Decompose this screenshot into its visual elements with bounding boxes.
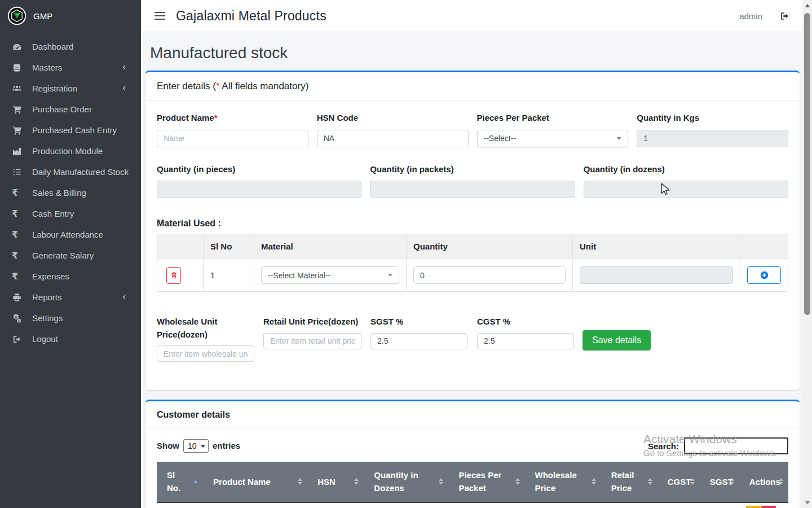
- search-input[interactable]: [684, 437, 788, 454]
- sidebar-item-logout[interactable]: Logout: [0, 329, 141, 349]
- material-select[interactable]: --Select Material--: [261, 266, 399, 284]
- sidebar-nav: Dashboard Masters Registration Purchase …: [0, 32, 141, 349]
- gears-icon: [12, 313, 25, 323]
- sidebar-item-sales-billing[interactable]: ₹ Sales & Billing: [0, 182, 141, 203]
- quantity-pieces-input: [157, 181, 361, 198]
- sidebar-item-reports[interactable]: Reports: [0, 287, 141, 308]
- hamburger-icon[interactable]: [153, 10, 166, 22]
- customer-details-card: Customer details Show10entries Search:: [145, 400, 800, 508]
- sidebar-item-label: Purchased Cash Entry: [32, 125, 117, 135]
- required-star: *: [214, 113, 218, 122]
- material-col-unit: Unit: [573, 234, 740, 259]
- sidebar-item-settings[interactable]: Settings: [0, 308, 141, 329]
- rupee-icon: ₹: [12, 208, 25, 219]
- sort-icon: [515, 478, 520, 485]
- retail-price-input[interactable]: [263, 333, 361, 349]
- quantity-kgs-label: Quantity in Kgs: [637, 112, 788, 125]
- pieces-per-packet-select[interactable]: --Select--: [477, 130, 629, 147]
- search-control: Search:: [648, 437, 788, 454]
- delete-row-button[interactable]: [761, 506, 776, 508]
- printer-icon: [12, 292, 25, 303]
- sidebar-item-labour-attendance[interactable]: ₹ Labour Attendance: [0, 224, 141, 245]
- hsn-code-input[interactable]: [317, 130, 469, 147]
- sidebar-item-registration[interactable]: Registration: [0, 78, 141, 99]
- users-icon: [12, 84, 25, 94]
- quantity-packets-label: Quantity (in packets): [370, 163, 575, 176]
- column-header-sgst[interactable]: SGST: [700, 462, 739, 502]
- sort-icon: [648, 478, 652, 485]
- required-star: *: [216, 81, 220, 91]
- enter-details-header: Enter details (* All fields mandatory): [145, 72, 800, 100]
- sgst-input[interactable]: [370, 333, 467, 349]
- rupee-icon: ₹: [12, 187, 25, 198]
- column-header-pieces-per-packet[interactable]: Pieces Per Packet: [448, 462, 524, 502]
- search-label: Search:: [648, 441, 679, 451]
- customer-table: Sl No. Product Name HSN Quantity in Doze…: [157, 462, 788, 508]
- sort-icon: [779, 478, 783, 485]
- chevron-left-icon: [121, 64, 127, 71]
- delete-material-button[interactable]: [166, 267, 181, 284]
- column-header-actions[interactable]: Actions: [739, 462, 788, 502]
- sidebar-item-expenses[interactable]: ₹ Expenses: [0, 266, 141, 287]
- sidebar-item-label: Dashboard: [32, 42, 73, 51]
- sidebar-item-generate-salary[interactable]: ₹ Generate Salary: [0, 245, 141, 266]
- cart-icon: [12, 125, 25, 135]
- sidebar-item-cash-entry[interactable]: ₹ Cash Entry: [0, 203, 141, 224]
- sidebar-item-label: Purchase Order: [32, 104, 92, 114]
- sidebar-item-production-module[interactable]: Production Module: [0, 141, 141, 161]
- column-header-product-name[interactable]: Product Name: [203, 462, 307, 502]
- scroll-down-arrow[interactable]: [802, 498, 812, 507]
- rupee-icon: ₹: [12, 271, 25, 282]
- material-used-table: Sl No Material Quantity Unit 1 --Selec: [157, 234, 788, 292]
- material-col-quantity: Quantity: [407, 234, 573, 259]
- column-header-quantity-in-dozens[interactable]: Quantity in Dozens: [364, 462, 448, 502]
- sidebar-item-label: Settings: [32, 313, 63, 323]
- column-header-wholesale-price[interactable]: Wholesale Price: [525, 462, 601, 502]
- sidebar-item-purchased-cash-entry[interactable]: Purchased Cash Entry: [0, 120, 141, 141]
- app-title: Gajalaxmi Metal Products: [176, 8, 326, 24]
- sidebar-item-label: Generate Salary: [32, 251, 94, 260]
- hsn-code-label: HSN Code: [317, 112, 469, 125]
- column-header-cgst[interactable]: CGST: [657, 462, 700, 502]
- retail-price-label: Retail Unit Price(dozen): [263, 316, 361, 329]
- add-material-button[interactable]: [747, 266, 781, 284]
- database-icon: [12, 63, 25, 73]
- sidebar-item-label: Production Module: [32, 146, 103, 156]
- edit-row-button[interactable]: [746, 506, 761, 508]
- material-slno-value: 1: [204, 259, 254, 292]
- material-row: 1 --Select Material--: [157, 259, 788, 292]
- column-header-sl-no[interactable]: Sl No.: [157, 462, 203, 502]
- product-name-input[interactable]: [157, 130, 308, 147]
- scrollbar-thumb[interactable]: [804, 13, 810, 315]
- sidebar-item-purchase-order[interactable]: Purchase Order: [0, 99, 141, 120]
- chevron-down-icon: [617, 137, 621, 140]
- column-header-retail-price[interactable]: Retail Price: [601, 462, 657, 502]
- material-used-title: Material Used :: [157, 218, 788, 229]
- quantity-kgs-input: [637, 130, 788, 147]
- material-quantity-input[interactable]: [413, 266, 566, 284]
- sgst-field: SGST %: [370, 316, 467, 349]
- sidebar-item-label: Cash Entry: [32, 209, 74, 218]
- brand[interactable]: GMP: [0, 0, 141, 32]
- logout-icon[interactable]: [779, 11, 790, 21]
- sidebar-item-label: Reports: [32, 292, 62, 302]
- quantity-dozens-label: Quantity (in dozens): [584, 163, 788, 176]
- sidebar-item-masters[interactable]: Masters: [0, 57, 141, 78]
- sidebar-item-daily-manufactured-stock[interactable]: Daily Manufactured Stock: [0, 161, 141, 182]
- sidebar-item-dashboard[interactable]: Dashboard: [0, 36, 141, 57]
- entries-label: entries: [213, 441, 240, 450]
- sgst-label: SGST %: [370, 316, 467, 329]
- cgst-input[interactable]: [477, 333, 574, 349]
- column-header-hsn[interactable]: HSN: [307, 462, 364, 502]
- save-details-button[interactable]: Save details: [582, 330, 651, 351]
- brand-name: GMP: [33, 11, 52, 21]
- sidebar-item-label: Sales & Billing: [32, 188, 86, 198]
- material-col-slno: Sl No: [204, 234, 254, 259]
- wholesale-price-input[interactable]: [157, 345, 254, 362]
- scroll-up-arrow[interactable]: [802, 1, 812, 10]
- sort-icon: [690, 478, 695, 485]
- sort-icon: [354, 478, 359, 485]
- page-size-select[interactable]: 10: [183, 439, 209, 453]
- material-col-add: [740, 234, 788, 259]
- sidebar-item-label: Masters: [32, 63, 62, 72]
